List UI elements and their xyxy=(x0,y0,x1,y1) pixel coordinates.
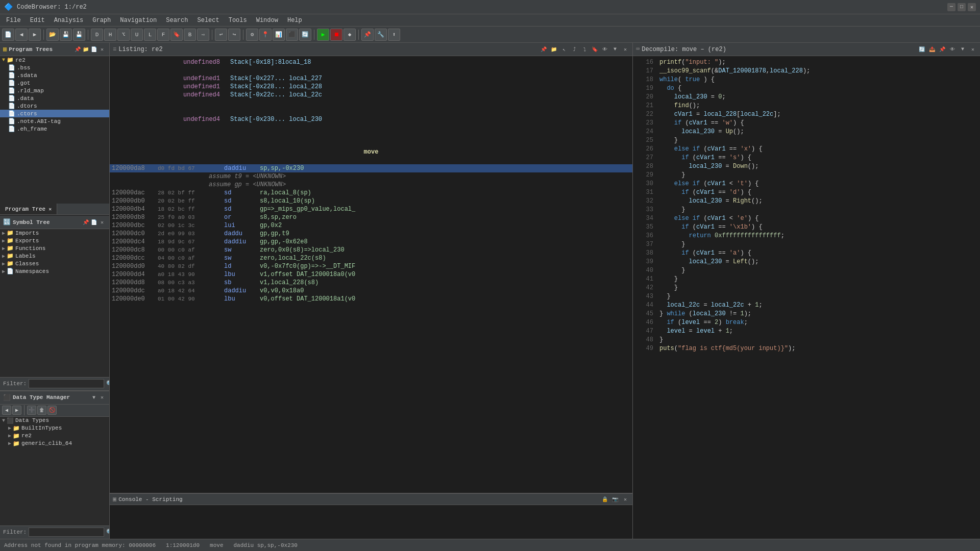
listing-goto-btn[interactable]: ⤴ xyxy=(570,45,578,54)
listing-line-dc0[interactable]: 120000dc0 2d e0 99 03 daddu gp,gp,t9 xyxy=(110,230,632,238)
listing-line-dc8[interactable]: 120000dc8 00 00 c0 af sw zero,0x0(s8)=>l… xyxy=(110,246,632,254)
pt-pin-btn[interactable]: 📌 xyxy=(74,45,82,54)
tree-item-labels[interactable]: ▶ 📁 Labels xyxy=(0,252,109,260)
toolbar-redo[interactable]: ↪ xyxy=(228,29,240,41)
toolbar-new[interactable]: 📄 xyxy=(2,29,14,41)
tree-item-functions[interactable]: ▶ 📁 Functions xyxy=(0,244,109,252)
listing-line-de0[interactable]: 120000de0 01 00 42 90 lbu v0,offset DAT_… xyxy=(110,295,632,303)
console-lock-btn[interactable]: 🔒 xyxy=(601,495,609,504)
toolbar-decompile[interactable]: ⌥ xyxy=(117,29,130,41)
toolbar-save-as[interactable]: 💾 xyxy=(73,29,85,41)
st-close-btn[interactable]: ✕ xyxy=(98,218,106,227)
toolbar-stop[interactable]: ⏹ xyxy=(330,29,342,41)
listing-close-btn[interactable]: ✕ xyxy=(621,45,629,54)
listing-line-dc4[interactable]: 120000dc4 18 9d 9c 67 daddiu gp,gp,-0x62… xyxy=(110,238,632,246)
tree-item-imports[interactable]: ▶ 📁 Imports xyxy=(0,229,109,237)
decompile-view-btn[interactable]: 👁 xyxy=(948,45,957,54)
tree-item-dtors[interactable]: 📄 .dtors xyxy=(0,102,109,110)
toolbar-diamond[interactable]: ◆ xyxy=(344,29,356,41)
listing-bookmark-btn[interactable]: 🔖 xyxy=(591,45,599,54)
dt-filter-search-btn[interactable]: 🔍 xyxy=(106,529,110,536)
listing-line-dd8[interactable]: 120000dd8 08 00 c3 a3 sb v1,local_228(s8… xyxy=(110,279,632,287)
tree-item-data[interactable]: 📄 .data xyxy=(0,94,109,102)
dt-item-builtin[interactable]: ▶ 📁 BuiltInTypes xyxy=(0,424,109,432)
toolbar-u[interactable]: U xyxy=(131,29,143,41)
decompile-dropdown-btn[interactable]: ▼ xyxy=(959,45,967,54)
tree-item-exports[interactable]: ▶ 📁 Exports xyxy=(0,237,109,244)
dt-new-btn[interactable]: ➕ xyxy=(27,406,36,415)
toolbar-undo[interactable]: ↩ xyxy=(215,29,227,41)
tree-item-rld-map[interactable]: 📄 .rld_map xyxy=(0,87,109,94)
toolbar-back[interactable]: ◀ xyxy=(15,29,28,41)
toolbar-misc3[interactable]: ⬆ xyxy=(388,29,400,41)
toolbar-plugin2[interactable]: 📍 xyxy=(259,29,272,41)
pt-folder-btn[interactable]: 📁 xyxy=(82,45,90,54)
menu-search[interactable]: Search xyxy=(162,16,192,25)
console-close-btn[interactable]: ✕ xyxy=(621,495,629,504)
console-camera-btn[interactable]: 📷 xyxy=(611,495,619,504)
toolbar-plugin4[interactable]: ⬛ xyxy=(286,29,298,41)
toolbar-mark[interactable]: 🔖 xyxy=(170,29,183,41)
st-btn2[interactable]: 📄 xyxy=(90,218,98,227)
program-tree-tab[interactable]: Program Tree ✕ xyxy=(0,204,57,214)
menu-window[interactable]: Window xyxy=(252,16,282,25)
tree-item-eh-frame[interactable]: 📄 .eh_frame xyxy=(0,125,109,133)
toolbar-plugin1[interactable]: ⚙ xyxy=(246,29,258,41)
menu-edit[interactable]: Edit xyxy=(26,16,49,25)
menu-analysis[interactable]: Analysis xyxy=(50,16,88,25)
toolbar-arrow[interactable]: ⇨ xyxy=(197,29,209,41)
tree-item-note-abi[interactable]: 📄 .note.ABI-tag xyxy=(0,117,109,125)
listing-line-ddc[interactable]: 120000ddc a0 18 42 64 daddiu v0,v0,0x18a… xyxy=(110,287,632,295)
symbol-filter-btn[interactable]: 🔍 xyxy=(106,380,110,388)
toolbar-plugin3[interactable]: 📊 xyxy=(273,29,285,41)
toolbar-save[interactable]: 💾 xyxy=(60,29,72,41)
listing-line-dd0[interactable]: 120000dd0 40 80 82 df ld v0,-0x7fc0(gp)=… xyxy=(110,262,632,270)
toolbar-disassemble[interactable]: D xyxy=(91,29,103,41)
symbol-filter-input[interactable] xyxy=(29,379,104,388)
dt-item-generic[interactable]: ▶ 📁 generic_clib_64 xyxy=(0,440,109,447)
tree-item-bss[interactable]: 📄 .bss xyxy=(0,64,109,71)
tree-item-ctors[interactable]: 📄 .ctors xyxy=(0,110,109,117)
listing-folder-btn[interactable]: 📁 xyxy=(550,45,558,54)
tree-item-got[interactable]: 📄 .got xyxy=(0,79,109,87)
decompile-close-btn[interactable]: ✕ xyxy=(969,45,977,54)
dt-forward-btn[interactable]: ▶ xyxy=(12,406,21,415)
decompile-pin-btn[interactable]: 📌 xyxy=(938,45,946,54)
listing-line-da8[interactable]: 120000da8 d0 fd bd 67 daddiu sp,sp,-0x23… xyxy=(110,164,632,172)
listing-view-btn[interactable]: 👁 xyxy=(601,45,609,54)
toolbar-hex[interactable]: H xyxy=(104,29,116,41)
dt-back-btn[interactable]: ◀ xyxy=(2,406,11,415)
toolbar-l[interactable]: L xyxy=(144,29,156,41)
close-button[interactable]: ✕ xyxy=(968,3,976,11)
listing-goto2-btn[interactable]: ⤵ xyxy=(580,45,589,54)
listing-line-dbc[interactable]: 120000dbc 02 00 1c 3c lui gp,0x2 xyxy=(110,221,632,230)
listing-pin-btn[interactable]: 📌 xyxy=(540,45,548,54)
menu-help[interactable]: Help xyxy=(283,16,306,25)
tree-item-namespaces[interactable]: ▶ 📄 Namespaces xyxy=(0,267,109,275)
st-btn1[interactable]: 📌 xyxy=(82,218,90,227)
listing-line-db8[interactable]: 120000db8 25 f0 a0 03 or s8,sp,zero xyxy=(110,213,632,221)
minimize-button[interactable]: ─ xyxy=(947,3,955,11)
toolbar-misc2[interactable]: 🔧 xyxy=(375,29,387,41)
dt-delete-btn[interactable]: 🗑 xyxy=(37,406,46,415)
menu-file[interactable]: File xyxy=(2,16,25,25)
dt-filter-input[interactable] xyxy=(29,528,104,537)
dt-item-root[interactable]: ▼ ⬛ Data Types xyxy=(0,417,109,424)
tree-item-classes[interactable]: ▶ 📁 Classes xyxy=(0,260,109,267)
toolbar-forward[interactable]: ▶ xyxy=(29,29,41,41)
dt-filter-btn[interactable]: 🚫 xyxy=(47,406,57,415)
dt-close-btn[interactable]: ✕ xyxy=(98,393,106,402)
tree-item-re2[interactable]: ▼ 📁 re2 xyxy=(0,56,109,64)
toolbar-b[interactable]: B xyxy=(184,29,196,41)
menu-select[interactable]: Select xyxy=(193,16,223,25)
maximize-button[interactable]: □ xyxy=(958,3,966,11)
listing-line-dcc[interactable]: 120000dcc 04 00 c0 af sw zero,local_22c(… xyxy=(110,254,632,262)
listing-line-db0[interactable]: 120000db0 20 02 be ff sd s8,local_10(sp) xyxy=(110,197,632,205)
dt-expand-btn[interactable]: ▼ xyxy=(90,393,98,402)
toolbar-plugin5[interactable]: 🔄 xyxy=(299,29,311,41)
listing-cursor-btn[interactable]: ↖ xyxy=(560,45,568,54)
menu-graph[interactable]: Graph xyxy=(88,16,115,25)
toolbar-run[interactable]: ▶ xyxy=(317,29,329,41)
pt-tab-close[interactable]: ✕ xyxy=(48,206,52,212)
decompile-export-btn[interactable]: 📤 xyxy=(928,45,936,54)
